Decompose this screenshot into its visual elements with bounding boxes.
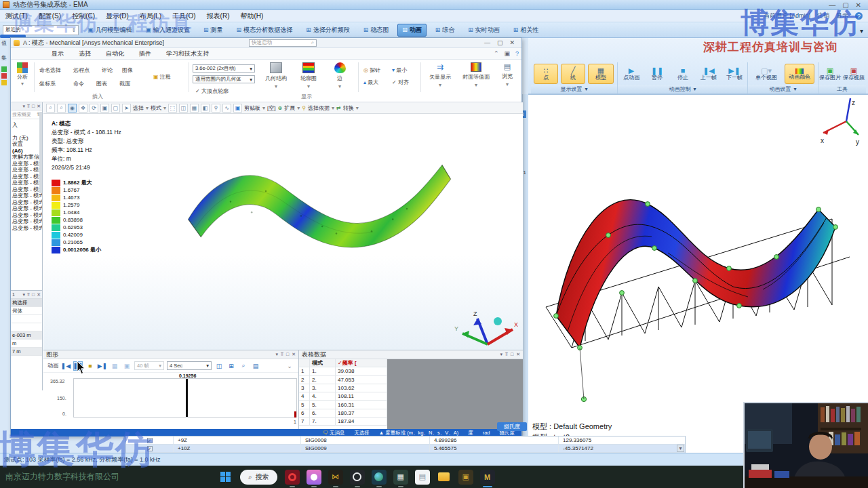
details-row[interactable]: m <box>11 340 42 348</box>
ribbon-collapse-icon[interactable]: ⌃ <box>494 50 499 57</box>
taskbar-icon-earth-browser[interactable] <box>372 470 387 485</box>
maximize-panel-icon[interactable]: □ <box>286 352 289 357</box>
first-frame-button[interactable]: ❚◀ <box>61 361 71 371</box>
panel-dropdown-icon[interactable]: ▾ <box>22 292 25 298</box>
ansys-close-button[interactable]: ✕ <box>509 39 515 46</box>
table-row[interactable]: 22.47.053 <box>299 376 387 384</box>
mode-column-header[interactable]: 模式 <box>310 359 336 367</box>
logout-link[interactable]: 注销 <box>817 12 829 20</box>
time-track-chart[interactable]: 365.32 150. 0. 0.19256 1 <box>43 373 299 430</box>
recent-test-combobox[interactable]: 最近的⇕ <box>3 25 79 35</box>
select-dropdown[interactable]: 选择 <box>133 104 144 112</box>
scoping-select[interactable]: 通用范围内的几何体▾ <box>193 75 255 83</box>
outline-search-input[interactable]: 搜索概要 <box>12 111 31 118</box>
zoom-chart-icon[interactable]: ⌕ <box>239 361 248 371</box>
outline-item[interactable]: 入 <box>11 122 42 129</box>
tab-geometry-edit[interactable]: ▣几何模型编辑 <box>83 24 137 37</box>
tree-scrollbar[interactable] <box>39 112 42 193</box>
pan-icon[interactable]: ✥ <box>79 104 87 113</box>
frequency-column-header[interactable]: ✓ 频率 [ <box>336 359 387 367</box>
overlay-icon[interactable]: ◫ <box>214 361 224 371</box>
notes-icon[interactable]: ▣ <box>504 50 510 57</box>
row-checkbox[interactable]: ✓ <box>147 446 153 451</box>
comment-button[interactable]: 评论 <box>102 66 113 74</box>
ansys-restore-button[interactable]: ▢ <box>497 39 503 46</box>
next-frame-button[interactable]: ▶❚下一帧 <box>722 64 747 84</box>
ansys-viewport[interactable]: A: 模态 总变形 - 模式 4 - 108.11 Hz 类型: 总变形 频率:… <box>43 114 523 350</box>
capped-isosurface-button[interactable]: 封面等值面▾ <box>457 62 495 88</box>
tab-input-channel[interactable]: ▣输入通道设置 <box>141 24 195 37</box>
image-button[interactable]: 图像 <box>122 66 133 74</box>
table-scroll-arrow[interactable]: ▼ <box>677 445 684 452</box>
show-link[interactable]: 显示 <box>836 12 848 20</box>
start-button[interactable] <box>218 470 233 485</box>
tab-freq-band[interactable]: ⊞选择分析频段 <box>301 24 355 37</box>
select-by-dropdown[interactable]: 选择依据 <box>308 104 330 112</box>
details-row[interactable]: 何体 <box>11 307 42 315</box>
table-row[interactable]: 55.160.31 <box>299 401 387 409</box>
taskbar-icon-grid-app[interactable]: ▦ <box>393 470 408 485</box>
details-row[interactable]: e-003 m <box>11 331 42 340</box>
previous-frame-button[interactable]: ❚◀上一帧 <box>696 64 721 84</box>
browse-button[interactable]: ▤ 浏览▾ <box>495 62 519 87</box>
menu-test[interactable]: 测试(T) <box>5 12 28 21</box>
panel-dropdown-icon[interactable]: ▾ <box>275 352 278 357</box>
section-plane-button[interactable]: 截面 <box>119 80 130 87</box>
details-row[interactable] <box>11 315 42 323</box>
ansys-tab-display[interactable]: 显示 <box>52 49 64 58</box>
ema-minimize-button[interactable]: — <box>829 1 835 9</box>
stripes-icon[interactable]: ▤ <box>251 361 260 371</box>
outline-item-mode[interactable]: 总变形 - 模式 <box>11 161 42 167</box>
outline-item-mode[interactable]: 总变形 - 模式 <box>11 174 42 180</box>
taskbar-icon-obs[interactable] <box>350 470 365 485</box>
save-image-button[interactable]: ▣保存图片 <box>818 64 842 84</box>
outline-item-mode[interactable]: 总变形 - 模式 <box>11 212 42 219</box>
chart-button[interactable]: 图表 <box>96 80 107 87</box>
details-row[interactable]: 7 m <box>11 348 42 356</box>
commands-button[interactable]: 命令 <box>73 80 84 87</box>
point-display-button[interactable]: ∷ 点 <box>534 64 558 84</box>
play-animation-button[interactable]: ▶点动画 <box>619 64 644 84</box>
taskbar-icon-camera-app[interactable] <box>307 470 321 485</box>
help-icon[interactable]: ? <box>855 12 863 20</box>
taskbar-icon-m-app-active[interactable]: M <box>480 470 495 485</box>
details-row[interactable] <box>11 323 42 331</box>
taskbar-icon-file-explorer[interactable] <box>437 470 452 485</box>
outline-item-mode[interactable]: 总变形 - 模式 <box>11 225 42 232</box>
pin-panel-icon[interactable]: ⫪ <box>281 352 283 357</box>
table-row[interactable]: 44.108.11 <box>299 392 387 401</box>
signal-row[interactable]: ✓ +9Z SIG0008 4.899286 129.336075 <box>126 436 685 445</box>
close-panel-icon[interactable]: ✕ <box>37 292 41 298</box>
coordinate-system-button[interactable]: 坐标系 <box>39 80 56 87</box>
duration-select[interactable]: 4 Sec▾ <box>167 361 212 370</box>
fit-icon[interactable]: ▣ <box>100 104 109 113</box>
tab-stability-diagram[interactable]: ⊞稳态图 <box>359 24 394 37</box>
ansys-help-icon[interactable]: ? <box>515 50 519 57</box>
ansys-tab-addons[interactable]: 插件 <box>139 49 151 58</box>
clipboard-dropdown[interactable]: 剪贴板 <box>244 104 260 112</box>
single-view-button[interactable]: ▢▾单个视图 <box>751 64 782 84</box>
tab-measure[interactable]: ⊞测量 <box>199 24 228 37</box>
remote-point-button[interactable]: 远程点 <box>73 66 90 74</box>
taskbar-icon-butterfly-app[interactable]: ⋈ <box>328 470 343 485</box>
outline-item[interactable]: 力 (无) <box>11 135 42 142</box>
ema-animation-view[interactable]: z x y 模型 : Default Geometry 振型 : test2 F… <box>528 94 868 453</box>
menu-display[interactable]: 显示(D) <box>106 12 129 21</box>
maximize-panel-icon[interactable]: □ <box>511 352 513 357</box>
tab-realtime-animation[interactable]: ⊞实时动画 <box>463 24 505 37</box>
convert-dropdown[interactable]: 转换 <box>343 104 354 112</box>
zoom-in-icon[interactable]: ⌕ <box>57 104 66 113</box>
tab-correlation[interactable]: ⊞相关性 <box>509 24 544 37</box>
rotate-icon[interactable]: ⟳ <box>90 104 98 113</box>
menu-help[interactable]: 帮助(H) <box>240 12 263 21</box>
min-button[interactable]: ▾ 最小 <box>392 66 407 74</box>
row-checkbox[interactable]: ✓ <box>147 438 153 443</box>
pin-panel-icon[interactable]: ⫪ <box>505 352 508 357</box>
extend-dropdown[interactable]: 扩展 <box>284 104 295 112</box>
ema-maximize-button[interactable]: ▢ <box>842 1 848 9</box>
panel-dropdown-icon[interactable]: ▾ <box>500 352 502 357</box>
outline-item-mode[interactable]: 总变形 - 模式 <box>11 218 42 225</box>
wireframe-icon[interactable]: ▢ <box>111 104 120 113</box>
outline-item[interactable]: 设置 <box>11 141 42 148</box>
outline-item-mode[interactable]: 总变形 - 模式 <box>11 205 42 212</box>
